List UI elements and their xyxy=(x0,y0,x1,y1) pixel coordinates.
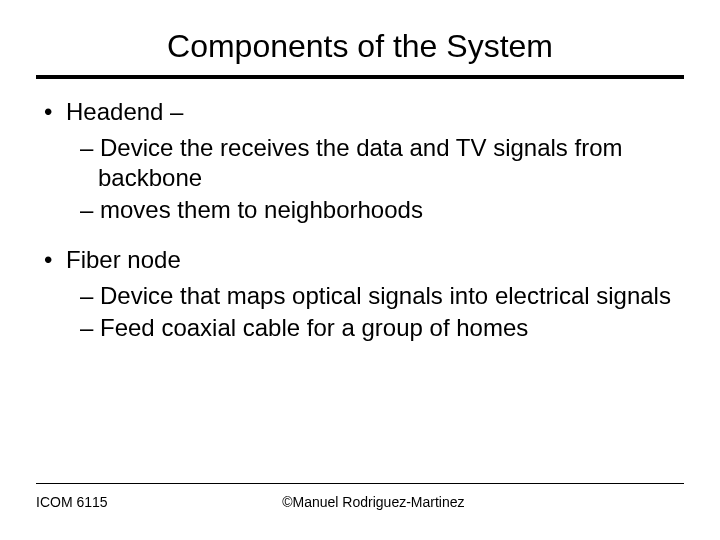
slide-title: Components of the System xyxy=(36,28,684,65)
slide-body: •Headend – – Device the receives the dat… xyxy=(36,97,684,343)
bullet-dot: • xyxy=(44,245,66,275)
footer-copyright: ©Manuel Rodriguez-Martinez xyxy=(282,494,684,510)
slide-footer: ICOM 6115 ©Manuel Rodriguez-Martinez xyxy=(36,494,684,510)
bullet-fiber-node: •Fiber node xyxy=(44,245,684,275)
sub-bullet: – Feed coaxial cable for a group of home… xyxy=(80,313,684,343)
sub-bullet: – Device the receives the data and TV si… xyxy=(80,133,684,193)
bullet-dot: • xyxy=(44,97,66,127)
sub-bullet: – moves them to neighborhoods xyxy=(80,195,684,225)
sub-bullet: – Device that maps optical signals into … xyxy=(80,281,684,311)
bullet-headend: •Headend – xyxy=(44,97,684,127)
footer-course: ICOM 6115 xyxy=(36,494,282,510)
footer-divider xyxy=(36,483,684,484)
title-divider xyxy=(36,75,684,79)
bullet-label: Headend – xyxy=(66,98,183,125)
bullet-label: Fiber node xyxy=(66,246,181,273)
